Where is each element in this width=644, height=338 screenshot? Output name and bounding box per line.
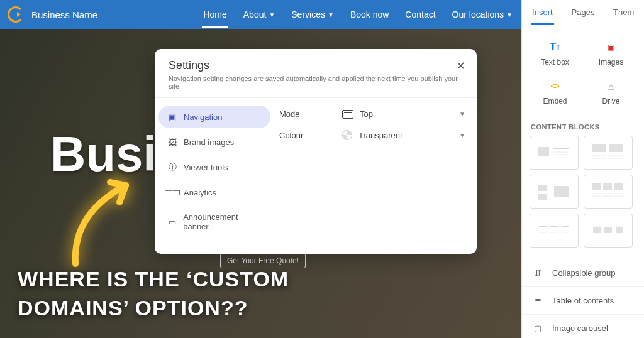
main-nav: Home About▼ Services▼ Book now Contact O… xyxy=(202,1,514,28)
row-mode: Mode Top ▼ xyxy=(279,109,465,119)
announcement-icon: ▭ xyxy=(167,217,177,227)
tab-label: Announcement banner xyxy=(183,212,262,231)
nav-about[interactable]: About▼ xyxy=(242,1,277,28)
insert-image-carousel[interactable]: ▢Image carousel xyxy=(522,315,644,338)
content-block-template[interactable] xyxy=(584,175,633,209)
svg-rect-13 xyxy=(592,183,601,190)
analytics-icon: ⫍⫎ xyxy=(167,187,177,197)
insert-list: ⇵Collapsible group ≣Table of contents ▢I… xyxy=(522,259,644,338)
list-item-label: Table of contents xyxy=(552,296,614,305)
caption-line-2: DOMAINS’ OPTION?? xyxy=(18,294,289,323)
mode-label: Mode xyxy=(279,109,342,119)
info-icon: ⓘ xyxy=(167,162,177,172)
nav-book-now[interactable]: Book now xyxy=(349,1,390,28)
svg-rect-12 xyxy=(554,186,569,197)
insert-tools: TT Text box ▣ Images <> Embed △ Drive xyxy=(522,25,644,117)
drive-icon: △ xyxy=(604,79,618,93)
svg-rect-0 xyxy=(538,147,549,156)
toc-icon: ≣ xyxy=(532,296,543,305)
navigation-icon: ▣ xyxy=(167,112,177,122)
collapsible-icon: ⇵ xyxy=(532,268,543,278)
tab-announcement-banner[interactable]: ▭ Announcement banner xyxy=(158,206,270,237)
chevron-down-icon: ▼ xyxy=(269,11,275,18)
settings-side-tabs: ▣ Navigation 🖼 Brand images ⓘ Viewer too… xyxy=(155,98,274,254)
nav-contact[interactable]: Contact xyxy=(404,1,436,28)
tool-embed[interactable]: <> Embed xyxy=(527,73,583,112)
insert-panel: Insert Pages Them TT Text box ▣ Images <… xyxy=(521,0,644,338)
tab-pages[interactable]: Pages xyxy=(563,0,604,25)
colour-label: Colour xyxy=(279,131,342,140)
settings-panel: Mode Top ▼ Colour Transparent ▼ xyxy=(274,98,477,254)
textbox-icon: TT xyxy=(548,40,562,54)
nav-home[interactable]: Home xyxy=(202,1,228,28)
tab-brand-images[interactable]: 🖼 Brand images xyxy=(158,131,270,153)
svg-rect-15 xyxy=(614,183,623,190)
business-name: Business Name xyxy=(31,9,97,20)
content-block-template[interactable] xyxy=(530,136,579,170)
image-icon: 🖼 xyxy=(167,137,177,147)
layout-top-icon xyxy=(342,110,353,119)
hero-title: Busi xyxy=(50,126,157,183)
site-topbar: Business Name Home About▼ Services▼ Book… xyxy=(0,0,521,29)
content-blocks-heading: CONTENT BLOCKS xyxy=(522,117,644,136)
tool-label: Embed xyxy=(543,97,567,106)
chevron-down-icon: ▼ xyxy=(459,132,465,139)
insert-panel-tabs: Insert Pages Them xyxy=(522,0,644,25)
carousel-icon: ▢ xyxy=(532,324,543,333)
content-block-template[interactable] xyxy=(530,175,579,209)
svg-rect-29 xyxy=(604,227,612,233)
nav-services[interactable]: Services▼ xyxy=(290,1,335,28)
chevron-down-icon: ▼ xyxy=(459,111,465,117)
svg-rect-10 xyxy=(538,185,547,191)
tool-label: Text box xyxy=(541,58,569,67)
mode-value: Top xyxy=(360,109,373,119)
content-block-template[interactable] xyxy=(584,136,633,170)
overlay-caption: WHERE IS THE ‘CUSTOM DOMAINS’ OPTION?? xyxy=(18,265,289,323)
transparent-swatch-icon xyxy=(342,130,352,140)
svg-rect-28 xyxy=(593,227,601,233)
row-colour: Colour Transparent ▼ xyxy=(279,130,465,140)
close-icon[interactable]: ✕ xyxy=(456,59,465,73)
chevron-down-icon: ▼ xyxy=(506,11,513,18)
tab-navigation[interactable]: ▣ Navigation xyxy=(158,106,270,128)
tool-images[interactable]: ▣ Images xyxy=(583,34,639,73)
insert-table-of-contents[interactable]: ≣Table of contents xyxy=(522,287,644,315)
list-item-label: Collapsible group xyxy=(552,268,615,278)
tab-label: Brand images xyxy=(184,138,234,147)
images-icon: ▣ xyxy=(604,40,618,54)
tool-label: Images xyxy=(599,58,623,67)
tab-label: Viewer tools xyxy=(184,163,228,172)
svg-rect-11 xyxy=(538,194,547,200)
embed-icon: <> xyxy=(548,79,562,93)
site-logo-icon xyxy=(8,6,24,23)
svg-rect-5 xyxy=(609,144,623,152)
tab-viewer-tools[interactable]: ⓘ Viewer tools xyxy=(158,156,270,178)
svg-rect-14 xyxy=(603,183,612,190)
chevron-down-icon: ▼ xyxy=(328,11,334,18)
colour-select[interactable]: Transparent ▼ xyxy=(342,130,465,140)
tool-label: Drive xyxy=(602,97,619,106)
mode-select[interactable]: Top ▼ xyxy=(342,109,465,119)
tab-analytics[interactable]: ⫍⫎ Analytics xyxy=(158,181,270,204)
list-item-label: Image carousel xyxy=(552,324,608,333)
content-block-template[interactable] xyxy=(530,214,579,248)
content-block-template[interactable] xyxy=(584,214,633,248)
colour-value: Transparent xyxy=(358,131,402,140)
tab-themes[interactable]: Them xyxy=(603,0,644,25)
tab-label: Analytics xyxy=(184,188,216,197)
settings-modal: Settings Navigation setting changes are … xyxy=(155,49,477,254)
tab-label: Navigation xyxy=(184,112,222,122)
tab-insert[interactable]: Insert xyxy=(522,0,563,25)
tool-drive[interactable]: △ Drive xyxy=(583,73,639,112)
nav-our-locations[interactable]: Our locations▼ xyxy=(451,1,514,28)
modal-header: Settings Navigation setting changes are … xyxy=(155,49,477,98)
tool-text-box[interactable]: TT Text box xyxy=(527,34,583,73)
caption-line-1: WHERE IS THE ‘CUSTOM xyxy=(18,265,289,294)
svg-rect-4 xyxy=(592,144,606,152)
svg-rect-30 xyxy=(616,227,623,233)
modal-title: Settings xyxy=(169,59,463,72)
content-blocks-grid xyxy=(522,136,644,248)
insert-collapsible-group[interactable]: ⇵Collapsible group xyxy=(522,259,644,287)
modal-subtitle: Navigation setting changes are saved aut… xyxy=(169,75,463,90)
